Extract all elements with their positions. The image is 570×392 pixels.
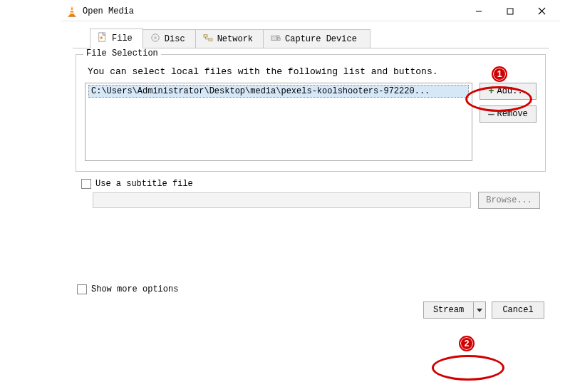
tab-capture[interactable]: Capture Device <box>263 29 370 48</box>
button-label: Browse... <box>486 195 532 205</box>
button-label: Cancel <box>502 305 533 315</box>
button-label: Stream <box>433 305 464 315</box>
remove-button[interactable]: — Remove <box>480 105 537 123</box>
file-icon <box>98 32 108 45</box>
subtitle-checkbox[interactable] <box>81 179 91 189</box>
browse-button: Browse... <box>478 192 540 209</box>
capture-icon <box>271 33 281 46</box>
titlebar: Open Media <box>61 0 560 21</box>
svg-rect-13 <box>204 35 207 38</box>
tab-label: Network <box>217 34 253 44</box>
minimize-button[interactable] <box>463 1 494 21</box>
vlc-cone-icon <box>66 5 78 18</box>
svg-rect-3 <box>68 16 76 17</box>
chevron-down-icon <box>477 305 482 316</box>
subtitle-checkbox-row[interactable]: Use a subtitle file <box>81 179 542 189</box>
svg-rect-1 <box>71 9 74 11</box>
subtitle-checkbox-label: Use a subtitle file <box>95 179 193 189</box>
show-more-options-label: Show more options <box>91 284 178 294</box>
stream-button[interactable]: Stream <box>423 301 473 319</box>
close-button[interactable] <box>526 1 557 21</box>
tab-network[interactable]: Network <box>195 29 264 48</box>
tab-bar: File Disc Network Capture Device <box>90 29 549 48</box>
svg-rect-15 <box>271 36 277 40</box>
annotation-badge-1: 1 <box>492 66 507 82</box>
svg-rect-14 <box>209 38 212 41</box>
svg-point-16 <box>277 36 280 38</box>
footer-buttons: Stream Cancel <box>73 301 544 319</box>
tab-disc[interactable]: Disc <box>142 29 196 48</box>
tab-label: Capture Device <box>285 34 357 44</box>
show-more-options-checkbox[interactable] <box>77 284 87 294</box>
svg-rect-2 <box>70 12 74 14</box>
maximize-button[interactable] <box>494 1 526 21</box>
cancel-button[interactable]: Cancel <box>492 301 544 319</box>
plus-icon: + <box>488 88 494 95</box>
group-legend: File Selection <box>83 48 161 58</box>
svg-rect-5 <box>507 9 513 14</box>
show-more-options-row[interactable]: Show more options <box>77 284 546 294</box>
tab-label: Disc <box>165 34 185 44</box>
tabline <box>73 48 549 48</box>
tab-label: File <box>112 33 133 43</box>
window-controls <box>463 1 557 21</box>
svg-point-12 <box>155 37 156 38</box>
annotation-badge-2: 2 <box>459 336 475 351</box>
tab-file[interactable]: File <box>90 29 143 48</box>
disc-icon <box>150 33 160 46</box>
client-area: File Disc Network Capture Device File Se… <box>61 21 560 329</box>
file-selection-hint: You can select local files with the foll… <box>88 66 535 77</box>
subtitle-path-input <box>93 192 471 208</box>
svg-marker-18 <box>477 309 482 312</box>
stream-split-button[interactable]: Stream <box>423 301 486 319</box>
file-list-item[interactable]: C:\Users\Administrator\Desktop\media\pex… <box>88 85 469 98</box>
svg-rect-17 <box>278 38 281 41</box>
network-icon <box>203 33 213 46</box>
svg-point-10 <box>100 36 103 39</box>
window-title: Open Media <box>83 6 463 16</box>
stream-dropdown-toggle[interactable] <box>473 301 486 319</box>
button-label: Add... <box>497 86 528 96</box>
file-selection-group: File Selection You can select local file… <box>76 54 546 172</box>
add-button[interactable]: + Add... <box>480 83 537 100</box>
open-media-window: Open Media File Disc Network Capture De <box>61 0 560 388</box>
minus-icon: — <box>488 111 494 117</box>
file-list[interactable]: C:\Users\Administrator\Desktop\media\pex… <box>85 83 472 161</box>
button-label: Remove <box>497 109 528 119</box>
